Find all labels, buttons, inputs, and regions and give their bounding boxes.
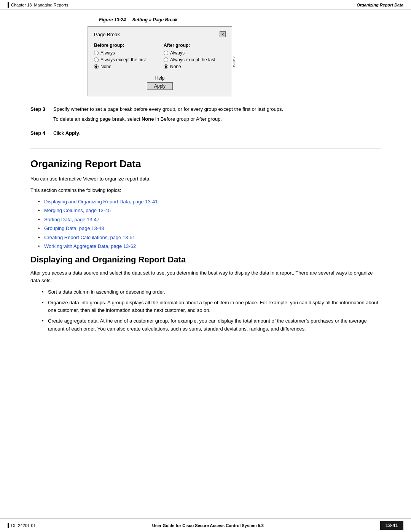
step3-none-bold: None bbox=[142, 116, 154, 122]
list-item: Creating Report Calculations, page 13-51 bbox=[38, 234, 381, 241]
organizing-links-list: Displaying and Organizing Report Data, p… bbox=[30, 198, 381, 250]
link-aggregate[interactable]: Working with Aggregate Data, page 13-62 bbox=[44, 243, 136, 249]
before-none-option[interactable]: None bbox=[94, 64, 156, 69]
header-left: Chapter 13 Managing Reports bbox=[8, 2, 68, 8]
step4-block: Step 4 Click Apply. bbox=[30, 129, 381, 139]
list-item: Merging Columns, page 13-45 bbox=[38, 207, 381, 214]
step4-label: Step 4 bbox=[30, 129, 49, 139]
after-none-option[interactable]: None bbox=[164, 64, 226, 69]
page-footer: OL-24201-01 User Guide for Cisco Secure … bbox=[0, 518, 411, 532]
content-area: Figure 13-24 Setting a Page Break Page B… bbox=[0, 10, 411, 368]
link-grouping[interactable]: Grouping Data, page 13-48 bbox=[44, 225, 104, 231]
link-calculations[interactable]: Creating Report Calculations, page 13-51 bbox=[44, 235, 135, 240]
after-always-except-radio[interactable] bbox=[164, 58, 168, 62]
organizing-heading: Organizing Report Data bbox=[30, 158, 381, 170]
after-always-option[interactable]: Always bbox=[164, 50, 226, 56]
after-group: After group: Always Always except the la… bbox=[164, 43, 226, 71]
step3-label: Step 3 bbox=[30, 105, 49, 125]
before-always-label: Always bbox=[100, 50, 115, 56]
header-bar-icon bbox=[8, 2, 9, 8]
footer-bar-icon bbox=[8, 523, 9, 528]
dialog-footer: Help Apply bbox=[94, 75, 226, 90]
figure-caption-text: Setting a Page Break bbox=[132, 17, 177, 22]
before-always-except-label: Always except the first bbox=[100, 57, 146, 62]
figure-number: Figure 13-24 bbox=[99, 17, 126, 22]
step3-text2-prefix: To delete an existing page break, select bbox=[53, 116, 142, 122]
apply-button[interactable]: Apply bbox=[147, 82, 173, 90]
list-item: Grouping Data, page 13-48 bbox=[38, 225, 381, 232]
header-section-title: Organizing Report Data bbox=[357, 3, 403, 7]
chapter-label: Chapter 13 bbox=[11, 3, 32, 7]
list-item: Create aggregate data. At the end of a c… bbox=[42, 317, 381, 332]
footer-left: OL-24201-01 bbox=[8, 523, 36, 528]
list-item: Working with Aggregate Data, page 13-62 bbox=[38, 243, 381, 250]
before-none-label: None bbox=[100, 64, 112, 69]
list-item: Displaying and Organizing Report Data, p… bbox=[38, 198, 381, 206]
before-group: Before group: Always Always except the f… bbox=[94, 43, 156, 71]
step4-content: Click Apply. bbox=[53, 129, 381, 139]
before-always-except-option[interactable]: Always except the first bbox=[94, 57, 156, 62]
chapter-title: Managing Reports bbox=[34, 3, 68, 7]
footer-page-number: 13-41 bbox=[380, 521, 403, 530]
dialog-close-button[interactable]: ✕ bbox=[220, 31, 226, 37]
step4-suffix: . bbox=[79, 130, 81, 136]
before-always-except-radio[interactable] bbox=[94, 58, 99, 62]
dialog-body: Before group: Always Always except the f… bbox=[94, 43, 226, 71]
step3-text1: Specify whether to set a page break befo… bbox=[53, 105, 381, 113]
footer-center: User Guide for Cisco Secure Access Contr… bbox=[152, 523, 264, 528]
step4-prefix: Click bbox=[53, 130, 65, 136]
link-displaying[interactable]: Displaying and Organizing Report Data, p… bbox=[44, 199, 158, 204]
before-group-label: Before group: bbox=[94, 43, 156, 48]
link-merging[interactable]: Merging Columns, page 13-45 bbox=[44, 208, 111, 213]
organizing-intro1: You can use Interactive Viewer to organi… bbox=[30, 175, 381, 183]
step3-block: Step 3 Specify whether to set a page bre… bbox=[30, 105, 381, 125]
step3-content: Specify whether to set a page break befo… bbox=[53, 105, 381, 125]
dialog-wrapper: Page Break ✕ Before group: Always bbox=[88, 26, 232, 96]
dialog-title: Page Break bbox=[94, 32, 120, 37]
before-always-option[interactable]: Always bbox=[94, 50, 156, 56]
before-always-radio[interactable] bbox=[94, 51, 99, 55]
section-divider bbox=[30, 149, 381, 149]
dialog-container: Page Break ✕ Before group: Always bbox=[88, 26, 247, 96]
list-item: Sort a data column in ascending or desce… bbox=[42, 288, 381, 296]
after-group-label: After group: bbox=[164, 43, 226, 48]
after-always-except-label: Always except the last bbox=[170, 57, 215, 62]
link-sorting[interactable]: Sorting Data, page 13-47 bbox=[44, 217, 99, 222]
displaying-bullets-list: Sort a data column in ascending or desce… bbox=[30, 288, 381, 333]
footer-doc-number: OL-24201-01 bbox=[11, 523, 36, 528]
help-link[interactable]: Help bbox=[94, 75, 226, 81]
step3-text2: To delete an existing page break, select… bbox=[53, 115, 381, 123]
after-always-except-option[interactable]: Always except the last bbox=[164, 57, 226, 62]
list-item: Organize data into groups. A group displ… bbox=[42, 299, 381, 314]
page-break-dialog: Page Break ✕ Before group: Always bbox=[88, 26, 232, 96]
after-none-label: None bbox=[170, 64, 181, 69]
dialog-title-bar: Page Break ✕ bbox=[94, 31, 226, 37]
before-none-radio[interactable] bbox=[94, 64, 99, 69]
step3-text2-suffix: in Before group or After group. bbox=[154, 116, 222, 122]
figure-caption: Figure 13-24 Setting a Page Break bbox=[99, 17, 381, 22]
list-item: Sorting Data, page 13-47 bbox=[38, 216, 381, 224]
organizing-intro2: This section contains the following topi… bbox=[30, 187, 381, 194]
step4-apply-bold: Apply bbox=[65, 130, 79, 136]
page-header: Chapter 13 Managing Reports Organizing R… bbox=[0, 0, 411, 10]
displaying-intro: After you access a data source and selec… bbox=[30, 269, 381, 284]
displaying-heading: Displaying and Organizing Report Data bbox=[30, 255, 381, 265]
step4-text: Click Apply. bbox=[53, 129, 381, 137]
after-always-radio[interactable] bbox=[164, 51, 168, 55]
after-none-radio[interactable] bbox=[164, 64, 168, 69]
figure-side-label: 204524 bbox=[232, 56, 236, 67]
after-always-label: Always bbox=[170, 50, 185, 56]
